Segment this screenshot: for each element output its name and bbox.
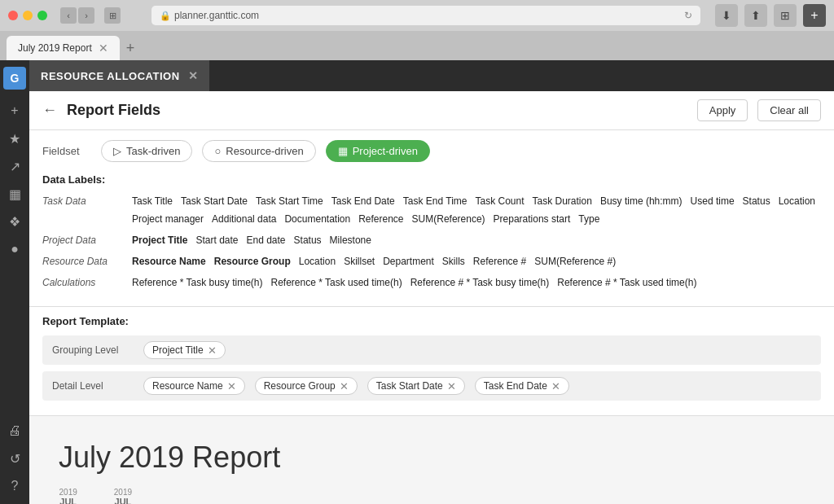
project-manager-item[interactable]: Project manager xyxy=(132,212,204,226)
browser-tab-close[interactable]: ✕ xyxy=(99,42,108,54)
task-start-time-item[interactable]: Task Start Time xyxy=(256,194,323,208)
close-window-button[interactable] xyxy=(8,11,18,20)
sidebar-grid-icon[interactable]: ▦ xyxy=(3,182,26,205)
task-start-date-tag-remove[interactable]: ✕ xyxy=(447,381,456,392)
type-item[interactable]: Type xyxy=(578,212,599,226)
documentation-item[interactable]: Documentation xyxy=(284,212,350,226)
sidebar-chart-icon[interactable]: ↗ xyxy=(3,155,26,177)
sidebar-toggle-icon[interactable]: ⊞ xyxy=(774,4,797,27)
reference-item[interactable]: Reference xyxy=(358,212,403,226)
start-date-item[interactable]: Start date xyxy=(195,233,238,248)
resource-group-tag-remove[interactable]: ✕ xyxy=(340,381,349,392)
location-item[interactable]: Location xyxy=(779,194,815,208)
back-button[interactable]: ← xyxy=(42,102,57,119)
sidebar-help-icon[interactable]: ? xyxy=(3,475,26,497)
apply-button[interactable]: Apply xyxy=(697,99,748,121)
busy-time-item[interactable]: Busy time (hh:mm) xyxy=(600,194,683,208)
sum-reference-hash-item[interactable]: SUM(Reference #) xyxy=(534,254,616,269)
resource-tab-bar: RESOURCE ALLOCATION ✕ xyxy=(29,60,834,91)
detail-level-row: Detail Level Resource Name ✕ Resource Gr… xyxy=(42,371,821,401)
back-browser-button[interactable]: ‹ xyxy=(60,7,77,24)
task-title-item[interactable]: Task Title xyxy=(132,194,173,208)
resource-driven-icon: ○ xyxy=(214,145,221,157)
project-title-tag-label: Project Title xyxy=(152,344,204,356)
task-start-date-item[interactable]: Task Start Date xyxy=(181,194,248,208)
project-data-label: Project Data xyxy=(42,233,132,246)
department-item[interactable]: Department xyxy=(383,254,434,269)
calculations-items: Reference * Task busy time(h) Reference … xyxy=(132,275,821,290)
toolbar-icons: ⬇ ⬆ ⊞ + xyxy=(715,4,826,27)
date-start-year: 2019 xyxy=(59,488,77,497)
resource-allocation-tab[interactable]: RESOURCE ALLOCATION ✕ xyxy=(29,60,209,91)
resource-tab-label: RESOURCE ALLOCATION xyxy=(41,70,180,82)
resource-location-item[interactable]: Location xyxy=(299,254,336,269)
sidebar-print-icon[interactable]: 🖨 xyxy=(3,419,26,442)
forward-browser-button[interactable]: › xyxy=(78,7,94,24)
url-bar[interactable]: 🔒 planner.ganttic.com ↻ xyxy=(151,6,700,25)
sidebar-add-icon[interactable]: + xyxy=(3,99,26,122)
sidebar-star-icon[interactable]: ★ xyxy=(3,127,26,150)
refhash-task-busy-item[interactable]: Reference # * Task busy time(h) xyxy=(410,275,550,290)
project-title-item[interactable]: Project Title xyxy=(132,233,187,248)
milestone-item[interactable]: Milestone xyxy=(330,233,371,248)
maximize-window-button[interactable] xyxy=(37,11,47,20)
download-icon[interactable]: ⬇ xyxy=(715,4,738,27)
ref-task-used-item[interactable]: Reference * Task used time(h) xyxy=(271,275,402,290)
sidebar-dot-icon[interactable]: ● xyxy=(3,238,26,261)
clear-button[interactable]: Clear all xyxy=(757,99,821,121)
date-end-year: 2019 xyxy=(114,488,132,497)
project-data-items: Project Title Start date End date Status… xyxy=(132,233,821,248)
browser-tab-bar: July 2019 Report ✕ + xyxy=(0,31,834,60)
skills-item[interactable]: Skills xyxy=(442,254,465,269)
task-driven-icon: ▷ xyxy=(113,145,121,157)
task-end-date-item[interactable]: Task End Date xyxy=(331,194,395,208)
task-start-date-tag: Task Start Date ✕ xyxy=(367,377,465,395)
resource-driven-button[interactable]: ○ Resource-driven xyxy=(202,140,315,162)
grouping-level-label: Grouping Level xyxy=(52,344,134,356)
project-driven-icon: ▦ xyxy=(338,145,348,157)
sum-reference-item[interactable]: SUM(Reference) xyxy=(412,212,485,226)
end-date-item[interactable]: End date xyxy=(247,233,286,248)
data-labels-header: Data Labels: xyxy=(42,173,821,186)
refhash-task-used-item[interactable]: Reference # * Task used time(h) xyxy=(557,275,696,290)
task-end-time-item[interactable]: Task End Time xyxy=(403,194,467,208)
project-driven-button[interactable]: ▦ Project-driven xyxy=(326,140,430,162)
reload-icon[interactable]: ↻ xyxy=(684,10,692,21)
task-end-date-tag-remove[interactable]: ✕ xyxy=(551,381,560,392)
preparations-start-item[interactable]: Preparations start xyxy=(494,212,571,226)
task-driven-button[interactable]: ▷ Task-driven xyxy=(101,140,192,162)
resource-data-label: Resource Data xyxy=(42,254,132,267)
resource-name-item[interactable]: Resource Name xyxy=(132,254,206,269)
additional-data-item[interactable]: Additional data xyxy=(212,212,276,226)
share-icon[interactable]: ⬆ xyxy=(744,4,767,27)
report-header: ← Report Fields Apply Clear all xyxy=(29,91,834,130)
resource-tab-close-icon[interactable]: ✕ xyxy=(188,69,199,82)
ref-task-busy-item[interactable]: Reference * Task busy time(h) xyxy=(132,275,263,290)
date-end-month: JUL xyxy=(115,497,132,504)
task-duration-item[interactable]: Task Duration xyxy=(533,194,592,208)
status-item[interactable]: Status xyxy=(743,194,770,208)
fieldset-row: Fieldset ▷ Task-driven ○ Resource-driven… xyxy=(42,140,821,162)
new-tab-button[interactable]: + xyxy=(120,40,142,57)
reference-hash-item[interactable]: Reference # xyxy=(473,254,526,269)
task-data-row: Task Data Task Title Task Start Date Tas… xyxy=(42,194,821,226)
sidebar-undo-icon[interactable]: ↺ xyxy=(3,447,26,470)
task-count-item[interactable]: Task Count xyxy=(475,194,524,208)
project-title-tag-remove[interactable]: ✕ xyxy=(208,345,217,356)
resource-name-tag-remove[interactable]: ✕ xyxy=(227,381,236,392)
resource-group-item[interactable]: Resource Group xyxy=(214,254,291,269)
main-panel: RESOURCE ALLOCATION ✕ ← Report Fields Ap… xyxy=(29,60,834,504)
add-tab-icon[interactable]: + xyxy=(803,4,826,27)
skillset-item[interactable]: Skillset xyxy=(344,254,375,269)
sidebar-logo[interactable]: G xyxy=(3,67,26,90)
minimize-window-button[interactable] xyxy=(23,11,33,20)
project-status-item[interactable]: Status xyxy=(294,233,322,248)
browser-tab-report[interactable]: July 2019 Report ✕ xyxy=(7,36,120,60)
resource-name-tag: Resource Name ✕ xyxy=(143,377,245,395)
report-preview-title: July 2019 Report xyxy=(59,440,805,475)
sidebar-settings-icon[interactable]: ❖ xyxy=(3,210,26,233)
overview-button[interactable]: ⊞ xyxy=(104,7,121,24)
used-time-item[interactable]: Used time xyxy=(691,194,735,208)
resource-driven-label: Resource-driven xyxy=(226,145,303,157)
resource-name-tag-label: Resource Name xyxy=(152,380,223,392)
